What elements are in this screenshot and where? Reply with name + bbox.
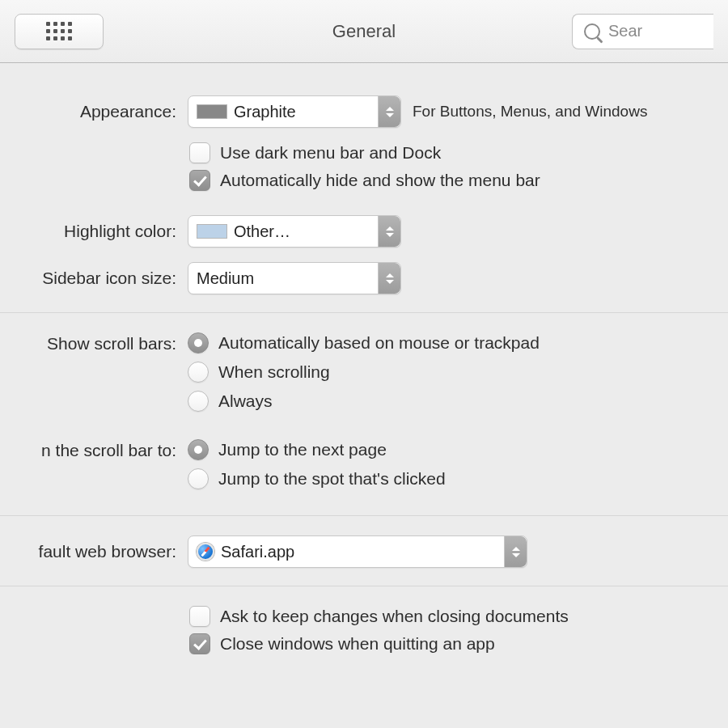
search-placeholder: Sear (608, 22, 642, 40)
safari-icon (197, 543, 214, 561)
highlight-value: Other… (234, 222, 290, 241)
sidebar-size-popup[interactable]: Medium (188, 262, 401, 294)
scrollbars-scrolling-radio[interactable] (188, 362, 209, 383)
stepper-icon (378, 96, 400, 127)
auto-hide-checkbox[interactable] (189, 170, 210, 191)
scrollbars-scrolling-label: When scrolling (218, 362, 330, 382)
appearance-popup[interactable]: Graphite (188, 95, 401, 128)
search-icon (584, 23, 600, 40)
stepper-icon (378, 263, 400, 294)
jump-spot-radio[interactable] (188, 468, 209, 489)
dark-menu-label: Use dark menu bar and Dock (220, 143, 441, 163)
auto-hide-label: Automatically hide and show the menu bar (220, 171, 540, 190)
graphite-swatch-icon (197, 104, 227, 119)
stepper-icon (504, 536, 527, 567)
preferences-form: Appearance: Graphite For Buttons, Menus,… (0, 63, 728, 654)
ask-keep-checkbox[interactable] (189, 606, 210, 627)
close-windows-checkbox[interactable] (189, 633, 210, 654)
appearance-label: Appearance: (0, 102, 188, 121)
separator (0, 312, 728, 313)
highlight-swatch-icon (197, 224, 227, 239)
dark-menu-checkbox[interactable] (189, 142, 210, 163)
sidebar-size-label: Sidebar icon size: (0, 269, 188, 288)
browser-popup[interactable]: Safari.app (188, 535, 527, 568)
click-scrollbar-label: n the scroll bar to: (0, 439, 188, 460)
appearance-hint: For Buttons, Menus, and Windows (413, 103, 647, 121)
jump-next-label: Jump to the next page (218, 440, 387, 459)
appearance-value: Graphite (234, 103, 296, 121)
close-windows-label: Close windows when quitting an app (220, 634, 495, 654)
scrollbars-always-label: Always (218, 392, 273, 411)
scrollbars-label: Show scroll bars: (0, 332, 188, 353)
scrollbars-always-radio[interactable] (188, 391, 209, 412)
jump-next-radio[interactable] (188, 439, 209, 460)
highlight-popup[interactable]: Other… (188, 215, 401, 248)
jump-spot-label: Jump to the spot that's clicked (218, 469, 446, 489)
highlight-label: Highlight color: (0, 222, 188, 241)
scrollbars-auto-radio[interactable] (188, 332, 209, 353)
stepper-icon (378, 216, 400, 247)
show-all-button[interactable] (15, 14, 104, 49)
sidebar-size-value: Medium (197, 269, 254, 288)
toolbar: General Sear (0, 0, 728, 63)
separator (0, 586, 728, 586)
grid-icon (46, 22, 72, 40)
separator (0, 515, 728, 516)
browser-label: fault web browser: (0, 542, 188, 561)
scrollbars-auto-label: Automatically based on mouse or trackpad (218, 333, 540, 353)
browser-value: Safari.app (221, 543, 294, 561)
search-field[interactable]: Sear (572, 14, 713, 49)
ask-keep-label: Ask to keep changes when closing documen… (220, 607, 569, 626)
